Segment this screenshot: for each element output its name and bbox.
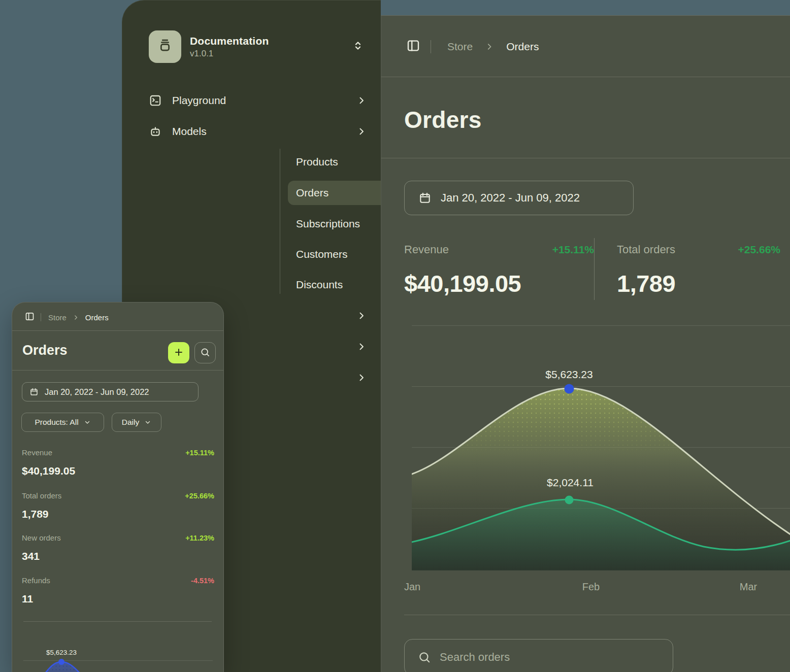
chevron-right-icon — [73, 314, 79, 321]
stat-new-orders: New orders +11.23% 341 — [22, 533, 214, 565]
stats-chart-divider — [23, 621, 212, 622]
date-range-button[interactable]: Jan 20, 2022 - Jun 09, 2022 — [404, 181, 634, 215]
sidebar-item-label: Playground — [172, 94, 226, 107]
chevrons-up-down-icon — [352, 40, 364, 54]
stat-delta-badge: +15.11% — [552, 244, 594, 256]
products-filter-label: Products: All — [35, 418, 78, 427]
stat-label: Refunds — [22, 576, 50, 585]
breadcrumb-separator — [41, 313, 41, 321]
stat-revenue: Revenue +15.11% $40,199.05 — [404, 243, 594, 297]
x-tick-jan: Jan — [404, 581, 420, 593]
workspace-switcher[interactable]: Documentation v1.0.1 — [149, 30, 367, 63]
sidebar-item-label: Orders — [296, 187, 328, 199]
header-divider — [381, 77, 790, 77]
chevron-down-icon — [144, 419, 151, 426]
breadcrumb-store[interactable]: Store — [48, 313, 67, 322]
sidebar-item-label: Customers — [296, 248, 348, 260]
date-range-button[interactable]: Jan 20, 2022 - Jun 09, 2022 — [22, 382, 199, 401]
app-name: Documentation — [190, 35, 349, 47]
chevron-right-icon — [356, 126, 367, 137]
interval-dropdown[interactable]: Daily — [112, 413, 161, 432]
stat-label: Revenue — [22, 448, 52, 457]
stat-delta-badge: +25.66% — [185, 492, 214, 500]
search-button[interactable] — [194, 342, 216, 363]
orders-main-panel: Store Orders Orders Jan 20, 2022 - Jun 0… — [381, 15, 790, 672]
stat-delta-badge: -4.51% — [191, 577, 214, 585]
sidebar-item-playground[interactable]: Playground — [149, 89, 367, 112]
calendar-icon — [418, 191, 432, 205]
stat-value: 11 — [22, 593, 33, 605]
stat-value: 1,789 — [617, 270, 780, 297]
page-title: Orders — [22, 343, 68, 358]
terminal-icon — [149, 94, 162, 107]
panel-left-icon — [24, 311, 35, 324]
interval-label: Daily — [122, 418, 139, 427]
revenue-peak-label: $5,623.23 — [526, 368, 612, 381]
stat-delta-badge: +15.11% — [185, 449, 214, 457]
chevron-right-icon — [356, 95, 367, 106]
chart-divider — [404, 615, 790, 615]
stat-revenue: Revenue +15.11% $40,199.05 — [22, 448, 214, 480]
sidebar-item-models[interactable]: Models — [149, 120, 367, 143]
page-title: Orders — [404, 106, 482, 133]
stat-label: New orders — [22, 533, 61, 542]
orders-peak-marker — [565, 496, 574, 505]
revenue-orders-area-chart — [412, 325, 790, 572]
stat-value: 341 — [22, 550, 40, 562]
chevron-right-icon — [356, 311, 367, 321]
stat-label: Total orders — [617, 243, 675, 256]
plus-icon — [173, 347, 184, 359]
nav-tree-line — [280, 149, 280, 294]
stat-value: 1,789 — [22, 508, 49, 520]
sidebar-item-label: Products — [296, 156, 338, 168]
x-axis: Jan Feb Mar — [404, 581, 790, 594]
app-version: v1.0.1 — [190, 49, 349, 59]
stat-label: Revenue — [404, 243, 449, 256]
search-icon — [200, 347, 210, 359]
date-range-label: Jan 20, 2022 - Jun 09, 2022 — [45, 387, 149, 397]
date-range-label: Jan 20, 2022 - Jun 09, 2022 — [441, 191, 580, 205]
bot-icon — [149, 125, 162, 138]
mini-peak-label: $5,623.23 — [36, 649, 87, 656]
chevron-right-icon — [356, 342, 367, 352]
panel-left-icon — [406, 38, 421, 55]
desktop-background: Documentation v1.0.1 Playground — [0, 0, 790, 672]
stat-delta-badge: +11.23% — [185, 534, 214, 542]
breadcrumb: Store Orders — [404, 38, 539, 56]
add-order-button[interactable] — [168, 342, 189, 363]
revenue-peak-marker — [565, 384, 574, 394]
archive-jar-icon — [156, 37, 174, 56]
app-logo — [149, 30, 181, 63]
breadcrumb: Store Orders — [23, 311, 109, 324]
breadcrumb-store[interactable]: Store — [447, 41, 473, 53]
stat-refunds: Refunds -4.51% 11 — [22, 576, 214, 608]
stat-total-orders: Total orders +25.66% 1,789 — [617, 243, 780, 297]
workspace-unfold-button[interactable] — [349, 38, 367, 55]
breadcrumb-orders: Orders — [506, 41, 539, 53]
breadcrumb-separator — [431, 40, 431, 53]
search-orders-input[interactable] — [440, 651, 643, 664]
chevron-right-icon — [485, 42, 494, 51]
stat-value: $40,199.05 — [22, 465, 75, 477]
title-divider — [381, 158, 790, 158]
products-filter-dropdown[interactable]: Products: All — [21, 413, 104, 432]
calendar-icon — [29, 387, 39, 396]
stats-divider — [594, 238, 595, 300]
chevron-down-icon — [84, 419, 91, 426]
title-divider — [12, 370, 223, 371]
chevron-right-icon — [356, 373, 367, 383]
search-icon — [418, 651, 431, 664]
stat-total-orders: Total orders +25.66% 1,789 — [22, 491, 214, 523]
x-tick-feb: Feb — [568, 581, 614, 593]
stat-label: Total orders — [22, 491, 61, 500]
sidebar-item-label: Subscriptions — [296, 218, 360, 230]
breadcrumb-orders: Orders — [85, 313, 109, 322]
stat-value: $40,199.05 — [404, 270, 594, 297]
sidebar-item-label: Discounts — [296, 279, 343, 291]
sidebar-toggle-button[interactable] — [404, 38, 422, 56]
header-divider — [12, 330, 223, 331]
search-orders-box — [404, 639, 673, 672]
orders-peak-label: $2,024.11 — [527, 477, 613, 489]
sidebar-toggle-button[interactable] — [23, 311, 36, 323]
orders-mini-panel: Store Orders Orders — [12, 302, 224, 672]
